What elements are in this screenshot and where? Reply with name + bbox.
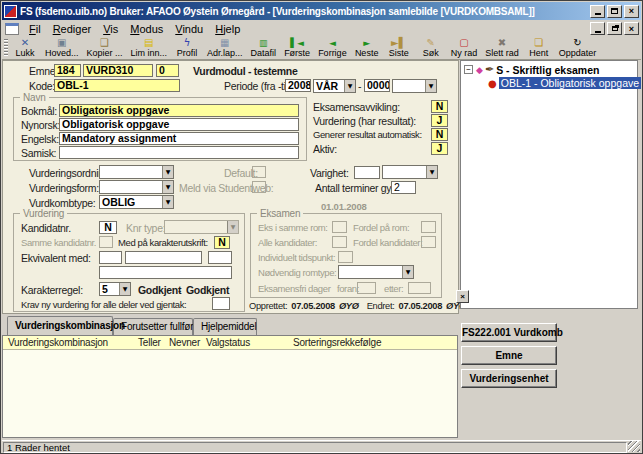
nynorsk-field[interactable]: Obligatorisk oppgave xyxy=(59,118,299,131)
vurderingsenhet-button[interactable]: Vurderingsenhet xyxy=(461,369,557,388)
fordel-rom-field xyxy=(421,221,436,233)
eks-samme-rom-field xyxy=(332,221,347,233)
etter-label: etter: xyxy=(384,283,403,294)
vurderingsform-dropdown[interactable]: ▼ xyxy=(99,180,174,194)
kode-label: Kode: xyxy=(29,80,55,92)
emne-institusjonsnr-field[interactable]: 184 xyxy=(54,64,81,77)
toolbar-ny-rad-button[interactable]: ▢Ny rad xyxy=(447,37,482,59)
toolbar-hoved-button[interactable]: ▣Hoved... xyxy=(41,37,83,59)
maximize-button[interactable] xyxy=(607,5,622,18)
ekvivalent-field-3[interactable] xyxy=(208,251,232,264)
varighet-field[interactable] xyxy=(354,166,380,179)
tree-node-root[interactable]: − ◆ ✒ S - Skriftlig eksamen xyxy=(464,63,599,76)
periode-to-year-field[interactable]: 0000 xyxy=(364,79,390,92)
alle-kandidater-label: Alle kandidater: xyxy=(258,237,317,248)
menu-hjelp[interactable]: Hjelp xyxy=(209,22,246,36)
eksamensavvikling-field[interactable]: N xyxy=(431,100,448,113)
tree-root-label: S - Skriftlig eksamen xyxy=(496,64,599,76)
engelsk-field[interactable]: Mandatory assignment xyxy=(59,132,299,145)
toolbar: ✕Lukk ▣Hoved... ❑Kopier ... ▤Lim inn... … xyxy=(2,37,641,60)
tab-vurderingskombinasjon[interactable]: Vurderingskombinasjon xyxy=(7,316,113,335)
vurdering-groupbox: Vurdering Kandidatnr. N Knr type: ▼ Samm… xyxy=(13,213,245,312)
minimize-button[interactable] xyxy=(590,5,605,18)
chevron-down-icon: ▼ xyxy=(119,283,130,295)
fordel-rom-label: Fordel på rom: xyxy=(353,222,409,233)
karakterregel-dropdown[interactable]: 5▼ xyxy=(99,282,131,296)
apple-icon: ● xyxy=(488,78,497,89)
emne-button[interactable]: Emne xyxy=(461,346,557,365)
fs-app-icon xyxy=(4,5,17,18)
generer-resultat-field[interactable]: N xyxy=(431,128,448,141)
toolbar-forrige-button[interactable]: ◄Forrige xyxy=(314,37,351,59)
ekvivalent-label: Ekvivalent med: xyxy=(21,252,91,264)
periode-from-year-field[interactable]: 2008 xyxy=(285,79,311,92)
child-window-icon[interactable] xyxy=(5,23,19,35)
samisk-field[interactable] xyxy=(59,146,299,159)
menu-vindu[interactable]: Vindu xyxy=(169,22,209,36)
romtype-dropdown[interactable]: ▼ xyxy=(338,265,414,279)
periode-from-term-dropdown[interactable]: VÅR▼ xyxy=(313,79,356,93)
ekvivalent-field-2[interactable] xyxy=(125,251,202,264)
col-teller: Teller xyxy=(138,337,161,348)
endret-date: 07.05.2008 xyxy=(399,301,443,311)
toolbar-hent-button[interactable]: ❏Hent xyxy=(523,37,555,59)
emne-versjon-field[interactable]: 0 xyxy=(156,64,179,77)
toolbar-forste-button[interactable]: ▌◄Første xyxy=(280,37,314,59)
ekvivalent-field-4[interactable] xyxy=(99,266,232,279)
fs222-vurdkomb-button[interactable]: FS222.001 Vurdkomb xyxy=(461,323,557,342)
bokmal-field[interactable]: Obligatorisk oppgave xyxy=(59,104,299,117)
kandidatnr-field[interactable]: N xyxy=(99,221,117,234)
knr-type-label: Knr type: xyxy=(126,222,165,234)
close-button[interactable]: × xyxy=(624,5,639,18)
toolbar-profil-button[interactable]: ϟProfil xyxy=(171,37,203,59)
resize-grip[interactable] xyxy=(628,441,640,452)
tree-node-child-selected[interactable]: ● OBL-1 - Obligatorisk oppgave xyxy=(488,77,641,89)
menu-modus[interactable]: Modus xyxy=(124,22,169,36)
toolbar-neste-button[interactable]: ►Neste xyxy=(351,37,383,59)
vurdkombtype-dropdown[interactable]: OBLIG▼ xyxy=(99,195,174,209)
menu-vis[interactable]: Vis xyxy=(97,22,124,36)
tab-forutsetter-fullfort[interactable]: Forutsetter fullført xyxy=(113,318,193,335)
toolbar-lukk-button[interactable]: ✕Lukk xyxy=(9,37,41,59)
aktiv-field[interactable]: J xyxy=(431,142,448,155)
antall-terminer-field[interactable]: 2 xyxy=(391,181,416,194)
toolbar-adrlap-button[interactable]: ▦Adr.lap... xyxy=(203,37,247,59)
individuelt-tidspunkt-label: Individuelt tidspunkt: xyxy=(258,252,335,263)
tree-child-label: OBL-1 - Obligatorisk oppgave xyxy=(499,77,641,89)
chevron-down-icon: ▼ xyxy=(402,266,413,278)
vurderingsordning-dropdown[interactable]: ▼ xyxy=(99,165,174,179)
toolbar-siste-button[interactable]: ►▌Siste xyxy=(383,37,415,59)
ekvivalent-field-1[interactable] xyxy=(99,251,122,264)
menu-rediger[interactable]: Rediger xyxy=(47,22,98,36)
toolbar-slett-rad-button[interactable]: ✖Slett rad xyxy=(481,37,523,59)
varighet-label: Varighet: xyxy=(310,167,349,179)
karakterutskrift-field[interactable]: N xyxy=(214,236,230,249)
vurderingskombinasjon-form: Emne: 184 VURD310 0 Vurdmodul - testemne… xyxy=(2,60,459,314)
mdi-close-button[interactable]: × xyxy=(624,22,639,35)
toolbar-grip[interactable] xyxy=(4,39,8,57)
krav-ny-vurdering-field[interactable] xyxy=(212,297,230,310)
close-icon: ✕ xyxy=(21,38,29,48)
toolbar-oppdater-button[interactable]: ↻Oppdater xyxy=(555,37,601,59)
toolbar-kopier-button[interactable]: ❑Kopier ... xyxy=(83,37,127,59)
varighet-unit-dropdown[interactable]: ▼ xyxy=(382,165,438,179)
endret-label: Endret: xyxy=(367,301,395,311)
mdi-restore-button[interactable] xyxy=(607,22,622,35)
tab-hjelpemiddel[interactable]: Hjelpemiddel xyxy=(193,318,257,335)
chevron-down-icon: ▼ xyxy=(227,221,238,233)
tree-collapse-toggle[interactable]: − xyxy=(464,65,473,74)
status-text: 1 Rader hentet xyxy=(3,442,627,453)
toolbar-sok-button[interactable]: ✎Søk xyxy=(415,37,447,59)
periode-to-term-dropdown[interactable]: ▼ xyxy=(392,79,437,93)
tree-panel-close-button[interactable]: × xyxy=(456,290,469,303)
toolbar-lim-inn-button[interactable]: ▤Lim inn... xyxy=(127,37,172,59)
karakterutskrift-label: Med på karakterutskrift: xyxy=(118,237,208,248)
kode-field[interactable]: OBL-1 xyxy=(54,79,180,92)
emne-kode-field[interactable]: VURD310 xyxy=(83,64,153,77)
vurdering-har-resultat-field[interactable]: J xyxy=(431,114,448,127)
vurderingskombinasjon-table[interactable]: Vurderingskombinasjon Teller Nevner Valg… xyxy=(2,335,458,438)
toolbar-datafil-button[interactable]: ▥Datafil xyxy=(247,37,281,59)
mdi-minimize-button[interactable] xyxy=(590,22,605,35)
new-row-icon: ▢ xyxy=(459,38,468,48)
menu-fil[interactable]: Fil xyxy=(23,22,47,36)
